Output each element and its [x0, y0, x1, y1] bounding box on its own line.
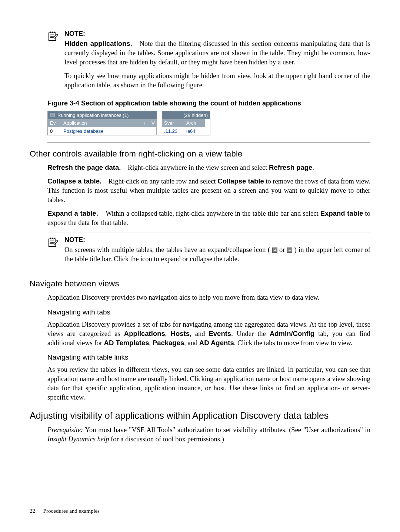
- horizontal-rule: [47, 272, 370, 272]
- col-header-application: Application: [61, 119, 140, 127]
- cell-arch: ia64: [184, 127, 205, 135]
- horizontal-rule: [47, 232, 370, 232]
- table-header-left: – Running application instances (1): [48, 111, 157, 119]
- expand-table-icon: [272, 248, 277, 253]
- collapse-table-icon: [287, 248, 292, 253]
- chapter-title: Procedures and examples: [43, 508, 100, 514]
- col-header-sver: Sver: [162, 119, 184, 127]
- col-header-ev: Ev: [48, 119, 61, 127]
- table-row: 0 Postgres database .11.23 ia64: [48, 127, 210, 135]
- note-label: NOTE:: [64, 236, 370, 244]
- heading-navigate: Navigate between views: [30, 279, 370, 289]
- note-paragraph: To quickly see how many applications mig…: [64, 71, 370, 90]
- col-header-v: V: [149, 119, 157, 127]
- note-label: NOTE:: [64, 30, 370, 38]
- note-block-hidden-apps: NOTE: Hidden applications. Note that the…: [47, 30, 370, 94]
- figure-caption: Figure 3-4 Section of application table …: [47, 100, 370, 107]
- note-icon: [47, 237, 59, 248]
- note-paragraph: On screens with multiple tables, the tab…: [64, 245, 370, 264]
- expand-table-para: Expand a table. Within a collapsed table…: [47, 209, 370, 228]
- horizontal-rule: [47, 26, 370, 26]
- note-paragraph: Hidden applications. Note that the filte…: [64, 39, 370, 67]
- col-header-arch: Arch: [184, 119, 205, 127]
- collapse-table-para: Collapse a table. Right-click on any tab…: [47, 177, 370, 205]
- col-header-sort[interactable]: ↑: [140, 119, 149, 127]
- table-header-hidden-count: (28 hidden): [162, 111, 210, 119]
- navigate-intro: Application Discovery provides two navig…: [47, 293, 370, 302]
- collapse-icon[interactable]: –: [50, 113, 54, 117]
- subheading-table-links: Navigating with table links: [47, 353, 370, 361]
- page-number: 22: [30, 508, 35, 514]
- cell-application-link[interactable]: Postgres database: [61, 127, 157, 135]
- note-icon: [47, 31, 59, 42]
- refresh-page-para: Refresh the page data. Right-click anywh…: [47, 163, 370, 172]
- cell-sver: .11.23: [162, 127, 184, 135]
- page-footer: 22 Procedures and examples: [30, 508, 100, 514]
- subheading-tabs: Navigating with tabs: [47, 308, 370, 316]
- table-links-paragraph: As you review the tables in different vi…: [47, 365, 370, 402]
- application-table-figure: – Running application instances (1) (28 …: [47, 111, 210, 135]
- cell-ev: 0: [48, 127, 61, 135]
- tabs-paragraph: Application Discovery provides a set of …: [47, 320, 370, 348]
- prerequisite-paragraph: Prerequisite: You must have "VSE All Too…: [47, 425, 370, 444]
- heading-adjusting-visibility: Adjusting visibility of applications wit…: [30, 410, 370, 421]
- note-block-icons: NOTE: On screens with multiple tables, t…: [47, 236, 370, 268]
- heading-other-controls: Other controls available from right-clic…: [30, 149, 370, 159]
- horizontal-rule: [47, 142, 370, 142]
